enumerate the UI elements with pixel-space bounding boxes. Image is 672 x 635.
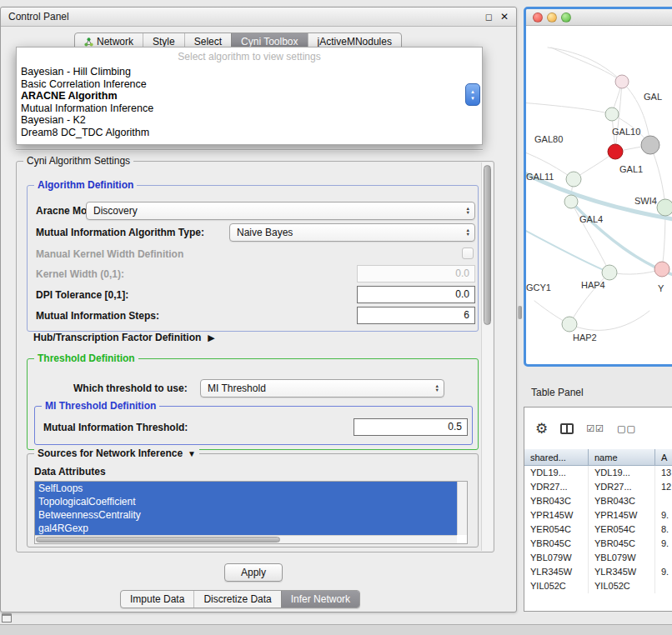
column-layout-icon[interactable] [560, 423, 574, 434]
select-all-columns-icon[interactable]: ☑☑ [586, 423, 604, 434]
control-panel-window: Control Panel ◻ ✕ NetworkStyleSelectCyni… [0, 7, 517, 612]
network-node-gray[interactable] [641, 136, 659, 154]
manual-kernel-checkbox[interactable] [462, 248, 474, 259]
threshold-definition-title: Threshold Definition [34, 352, 138, 364]
node-label-swi4: SWI4 [634, 196, 657, 206]
dpi-tolerance-field[interactable]: 0.0 [357, 286, 475, 303]
mi-steps-field[interactable]: 6 [357, 307, 475, 324]
network-node-green-mid-2[interactable] [564, 195, 578, 208]
table-row[interactable]: YBL079WYBL079W [524, 551, 672, 565]
network-node-gal10-red[interactable] [608, 144, 623, 159]
control-panel-titlebar[interactable]: Control Panel ◻ ✕ [1, 8, 516, 27]
mi-steps-label: Mutual Information Steps: [36, 307, 159, 325]
attribute-item-selfloops[interactable]: SelfLoops [35, 482, 457, 495]
tab-impute-data[interactable]: Impute Data [121, 591, 193, 608]
sources-group-title[interactable]: Sources for Network Inference ▼ [34, 448, 199, 459]
settings-scrollbar-thumb[interactable] [484, 165, 491, 325]
tab-infer-network[interactable]: Infer Network [281, 591, 359, 608]
network-node-green-bottom[interactable] [562, 317, 577, 332]
menu-item-bayesian-k2[interactable]: Bayesian - K2 [17, 114, 482, 127]
float-window-icon[interactable]: ◻ [485, 12, 493, 22]
node-label-gcy1: GCY1 [526, 282, 551, 292]
split-divider-handle[interactable] [518, 306, 522, 319]
tab-label: Network [97, 36, 133, 48]
network-edge[interactable] [569, 311, 649, 330]
column-header-shared[interactable]: shared... [524, 449, 589, 466]
network-edge[interactable] [571, 202, 609, 272]
column-header-name[interactable]: name [589, 449, 655, 466]
column-header-a[interactable]: A [655, 449, 672, 466]
table-row[interactable]: YIL052CYIL052C [524, 579, 672, 593]
table-row[interactable]: YDR27...YDR27...12 [524, 480, 672, 494]
attributes-vertical-scrollbar[interactable] [457, 482, 467, 535]
table-body: YDL19...YDL19...13YDR27...YDR27...12YBR0… [524, 466, 672, 593]
menu-item-dream8-dc-tdc-algorithm[interactable]: Dream8 DC_TDC Algorithm [17, 127, 482, 139]
table-cell [655, 551, 672, 565]
network-node-green-top[interactable] [605, 108, 619, 121]
mi-threshold-definition-group: MI Threshold Definition Mutual Informati… [34, 406, 473, 445]
table-cell [655, 579, 672, 593]
table-row[interactable]: YBR045CYBR045C9. [524, 537, 672, 551]
tab-discretize-data[interactable]: Discretize Data [193, 591, 280, 608]
kernel-width-field[interactable]: 0.0 [357, 265, 475, 282]
network-node-green-mid-1[interactable] [566, 172, 581, 187]
table-row[interactable]: YER054CYER054C8. [524, 522, 672, 537]
close-icon[interactable]: ✕ [500, 11, 509, 22]
apply-button[interactable]: Apply [224, 563, 283, 582]
close-traffic-light-icon[interactable] [533, 12, 543, 22]
table-row[interactable]: YLR345WYLR345W9. [524, 565, 672, 579]
cyni-bottom-tabs: Impute DataDiscretize DataInfer Network [120, 590, 360, 608]
table-cell: YPR145W [589, 508, 655, 522]
table-cell: YLR345W [524, 565, 589, 579]
deselect-all-columns-icon[interactable]: ▢▢ [617, 423, 636, 434]
network-edge[interactable] [551, 48, 622, 82]
network-graph: GALGAL80GAL10GAL11GAL1SWI4GAL4GCY1HAP4YH… [526, 26, 672, 362]
table-cell: YBR043C [524, 494, 589, 508]
network-edge[interactable] [526, 228, 609, 272]
attribute-item-betweennesscentrality[interactable]: BetweennessCentrality [35, 508, 457, 522]
network-node-green-center[interactable] [602, 265, 617, 280]
network-canvas[interactable]: GALGAL80GAL10GAL11GAL1SWI4GAL4GCY1HAP4YH… [526, 26, 672, 362]
minimize-traffic-light-icon[interactable] [547, 12, 557, 22]
network-node-pink-right[interactable] [654, 262, 669, 277]
menu-item-basic-correlation-inference[interactable]: Basic Correlation Inference [17, 78, 482, 91]
table-row[interactable]: YBR043CYBR043C [524, 494, 672, 508]
which-threshold-select[interactable]: MI Threshold ▲▼ [200, 379, 444, 398]
network-edge[interactable] [548, 48, 622, 82]
menu-item-aracne-algorithm[interactable]: ARACNE Algorithm [17, 90, 482, 102]
zoom-traffic-light-icon[interactable] [561, 12, 571, 22]
table-cell: YPR145W [524, 508, 589, 522]
settings-scrollbar[interactable] [481, 162, 493, 551]
attributes-hscroll-thumb[interactable] [36, 537, 280, 542]
table-cell: YDL19... [589, 466, 655, 480]
node-label-hap4: HAP4 [581, 280, 605, 290]
attribute-item-topologicalcoefficient[interactable]: TopologicalCoefficient [35, 495, 457, 508]
table-cell: 8. [655, 522, 672, 537]
mi-type-select[interactable]: Naive Bayes ▲▼ [229, 223, 475, 242]
aracne-mode-value: Discovery [93, 205, 138, 217]
table-row[interactable]: YDL19...YDL19...13 [524, 466, 672, 480]
network-edge[interactable] [526, 102, 612, 114]
table-row[interactable]: YPR145WYPR145W9. [524, 508, 672, 522]
combo-down-icon: ▼ [466, 232, 470, 237]
combo-down-icon: ▼ [435, 388, 439, 392]
data-attributes-list[interactable]: SelfLoopsTopologicalCoefficientBetweenne… [34, 481, 468, 544]
tab-label: Style [153, 36, 175, 48]
algorithm-definition-title: Algorithm Definition [34, 179, 137, 191]
menu-item-mutual-information-inference[interactable]: Mutual Information Inference [17, 102, 482, 115]
popup-stepper-icon[interactable]: ▲▼ [465, 83, 480, 106]
network-node-green-right[interactable] [657, 199, 672, 216]
attributes-horizontal-scrollbar[interactable] [35, 535, 457, 543]
network-node-pink-top[interactable] [615, 75, 629, 88]
tab-label: Infer Network [291, 593, 350, 605]
mi-threshold-field[interactable]: 0.5 [354, 418, 468, 436]
table-cell: 12 [655, 480, 672, 494]
minimized-panel-icon[interactable] [2, 613, 12, 622]
collapse-right-icon: ▶ [208, 332, 214, 343]
gear-icon[interactable]: ⚙ [535, 420, 548, 438]
network-window-titlebar[interactable] [526, 9, 672, 26]
hub-definition-toggle[interactable]: Hub/Transcription Factor Definition ▶ [33, 332, 215, 343]
aracne-mode-select[interactable]: Discovery ▲▼ [86, 202, 475, 220]
attribute-item-gal4rgexp[interactable]: gal4RGexp [35, 522, 457, 535]
menu-item-bayesian-hill-climbing[interactable]: Bayesian - Hill Climbing [17, 66, 482, 78]
